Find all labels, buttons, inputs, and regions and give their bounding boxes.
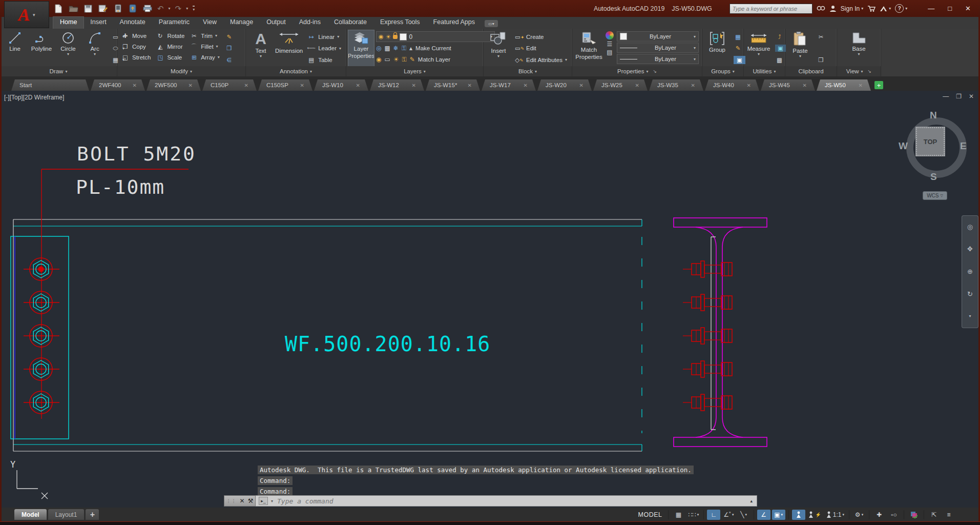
layer-properties-button[interactable]: Layer Properties	[348, 30, 374, 66]
layer-unlock-icon[interactable]: ⚿	[402, 56, 407, 63]
orbit-icon[interactable]: ↻	[967, 291, 973, 298]
trim-dropdown-icon[interactable]: ▾	[215, 33, 217, 38]
insert-dropdown-icon[interactable]: ▾	[497, 55, 499, 58]
linetype-list-icon[interactable]: ▤	[607, 49, 612, 56]
measure-button[interactable]: Measure ▾	[746, 30, 772, 66]
panel-label-properties[interactable]: Properties▾↘	[572, 66, 702, 76]
annotation-scale-button[interactable]: 1:1▾	[824, 510, 846, 520]
file-tab-js-w45[interactable]: JS-W45✕	[761, 79, 815, 91]
measure-dropdown-icon[interactable]: ▾	[758, 53, 760, 56]
copy-clip-tool[interactable]: ❐	[815, 54, 827, 65]
panel-label-draw[interactable]: Draw▾	[0, 66, 117, 76]
circle-tool[interactable]: Circle ▾	[55, 30, 81, 66]
view-expand-icon[interactable]: ▾	[861, 69, 863, 74]
tab-annotate[interactable]: Annotate	[113, 17, 152, 29]
undo-dropdown-icon[interactable]: ▾	[169, 6, 171, 11]
layer-isolate-icon[interactable]: ▩	[384, 45, 390, 52]
edit-attributes-tool[interactable]: ◇✎Edit Attributes▾	[513, 54, 569, 65]
file-tab-c150sp[interactable]: C150SP✕	[258, 79, 312, 91]
array-dropdown-icon[interactable]: ▾	[218, 55, 220, 59]
array-tool[interactable]: ⊞Array▾	[188, 52, 221, 63]
navbar-more-icon[interactable]: ▾	[969, 313, 971, 320]
close-tab-icon[interactable]: ✕	[244, 83, 248, 88]
properties-expand-icon[interactable]: ▾	[646, 69, 648, 74]
viewport-controls-label[interactable]: [-][Top][2D Wireframe]	[4, 94, 64, 101]
grip-dots-icon[interactable]: ⋮⋮	[226, 498, 237, 503]
make-current-label[interactable]: Make Current	[415, 45, 451, 51]
trim-tool[interactable]: ✂Trim▾	[188, 30, 221, 41]
annotation-autoscale-icon[interactable]: ⚡	[807, 510, 823, 520]
viewcube-north[interactable]: N	[930, 110, 937, 121]
panel-label-clipboard[interactable]: Clipboard	[785, 66, 837, 76]
base-dropdown-icon[interactable]: ▾	[858, 53, 860, 56]
close-tab-icon[interactable]: ✕	[300, 83, 304, 88]
create-block-tool[interactable]: ▭✦Create	[513, 31, 569, 42]
layer-off-icon[interactable]: ◎	[376, 45, 381, 52]
lineweight-dropdown[interactable]: ByLayer▾	[617, 43, 699, 53]
maximize-button[interactable]: □	[948, 5, 952, 12]
close-tab-icon[interactable]: ✕	[189, 83, 193, 88]
navigation-bar[interactable]: ◎ ✥ ⊕ ↻ ▾	[962, 215, 978, 328]
insert-block-button[interactable]: Insert ▾	[486, 30, 511, 66]
viewcube-top-face[interactable]: TOP	[916, 127, 945, 156]
tab-view[interactable]: View	[196, 17, 223, 29]
snap-toggle-icon[interactable]: ∷∷▾	[686, 510, 700, 520]
minimize-button[interactable]: —	[928, 5, 934, 12]
close-tab-icon[interactable]: ✕	[524, 83, 528, 88]
viewcube[interactable]: N W E S TOP	[898, 109, 974, 186]
paste-dropdown-icon[interactable]: ▾	[799, 55, 801, 58]
object-snap-icon[interactable]: ▣▾	[772, 510, 785, 520]
new-file-icon[interactable]	[53, 4, 64, 14]
file-tab-js-w35[interactable]: JS-W35✕	[649, 79, 703, 91]
crosshair-size-icon[interactable]: ✚	[872, 510, 886, 520]
dimension-tool[interactable]: Dimension	[275, 30, 303, 66]
selected-grip-point[interactable]	[38, 267, 44, 272]
edit-attributes-dropdown-icon[interactable]: ▾	[565, 57, 567, 62]
close-tab-icon[interactable]: ✕	[412, 83, 416, 88]
command-input[interactable]	[276, 497, 747, 506]
lineweight-dropdown-icon[interactable]: ▾	[694, 46, 696, 50]
linetype-dropdown[interactable]: ByLayer▾	[617, 54, 699, 64]
viewcube-west[interactable]: W	[899, 140, 908, 152]
new-layout-button[interactable]: +	[86, 509, 99, 520]
command-wrench-icon[interactable]: ⚒	[248, 497, 254, 504]
draw-expand-icon[interactable]: ▾	[65, 69, 67, 74]
layer-on-icon[interactable]: ◉	[379, 33, 384, 40]
base-button[interactable]: Base ▾	[846, 30, 872, 66]
close-button[interactable]: ✕	[965, 5, 971, 12]
close-tab-icon[interactable]: ✕	[468, 83, 472, 88]
match-layer-label[interactable]: Match Layer	[418, 56, 450, 63]
layers-expand-icon[interactable]: ▾	[424, 69, 426, 74]
ribbon-display-toggle-icon[interactable]: ▭▾	[485, 20, 498, 27]
file-tab-js-w20[interactable]: JS-W20✕	[537, 79, 592, 91]
plot-icon[interactable]	[113, 4, 123, 14]
model-space-button[interactable]: MODEL	[638, 511, 662, 518]
viewcube-south[interactable]: S	[930, 171, 937, 183]
qat-customize-icon[interactable]: ▾	[193, 6, 195, 12]
panel-label-modify[interactable]: Modify▾	[117, 66, 245, 76]
viewport-close-icon[interactable]: ✕	[969, 93, 974, 100]
drawing-viewport[interactable]: BOLT 5M20 PL-10mm WF.500.200.10.16 Y [-]…	[0, 91, 980, 508]
workspace-switching-icon[interactable]: ⚙▾	[852, 510, 866, 520]
sign-in-dropdown-icon[interactable]: ▾	[861, 6, 863, 11]
table-tool[interactable]: ▤Table	[305, 54, 343, 65]
wcs-menu[interactable]: WCS▽	[923, 191, 947, 200]
print-icon[interactable]	[142, 4, 153, 14]
close-tab-icon[interactable]: ✕	[356, 83, 360, 88]
tab-home[interactable]: Home	[53, 17, 84, 29]
arc-dropdown-icon[interactable]: ▾	[94, 53, 96, 56]
linetype-dropdown-icon[interactable]: ▾	[694, 57, 696, 62]
view-launcher-icon[interactable]: ↘	[868, 69, 872, 74]
polyline-tool[interactable]: Polyline	[29, 30, 54, 66]
panel-label-block[interactable]: Block▾	[484, 66, 572, 76]
block-expand-icon[interactable]: ▾	[535, 69, 537, 74]
file-tab-js-w25[interactable]: JS-W25✕	[593, 79, 648, 91]
tab-parametric[interactable]: Parametric	[152, 17, 196, 29]
save-icon[interactable]	[83, 4, 93, 14]
scale-tool[interactable]: ◳Scale	[154, 52, 186, 63]
polar-tracking-icon[interactable]: ∠˚▾	[722, 510, 735, 520]
linear-dimension-tool[interactable]: ↦Linear▾	[305, 31, 343, 42]
leader-tool[interactable]: ⬳Leader▾	[305, 43, 343, 54]
tab-manage[interactable]: Manage	[223, 17, 260, 29]
match-properties-button[interactable]: Match Properties	[574, 30, 603, 66]
